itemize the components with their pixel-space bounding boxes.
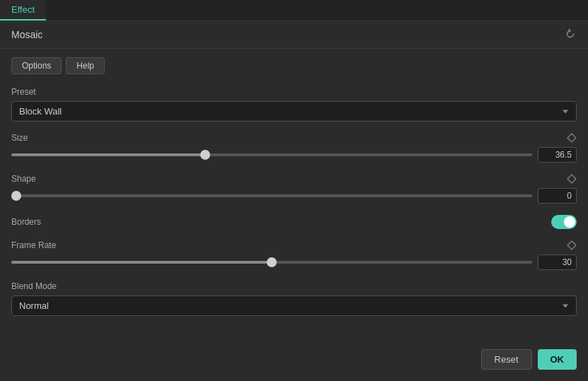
- frame-rate-slider[interactable]: [11, 261, 532, 264]
- footer-buttons: Reset OK: [481, 349, 577, 370]
- options-help-row: Options Help: [11, 57, 577, 74]
- size-row: Size: [11, 133, 577, 163]
- reset-all-icon[interactable]: [564, 28, 577, 41]
- frame-rate-keyframe-icon[interactable]: [567, 240, 577, 250]
- borders-toggle[interactable]: [551, 215, 577, 229]
- content-area: Options Help Preset Block Wall Squares D…: [0, 49, 588, 336]
- frame-rate-row: Frame Rate: [11, 240, 577, 270]
- borders-row: Borders: [11, 215, 577, 229]
- preset-label: Preset: [11, 87, 577, 97]
- shape-value[interactable]: [538, 188, 577, 204]
- shape-slider[interactable]: [11, 194, 532, 197]
- blend-mode-label: Blend Mode: [11, 281, 577, 291]
- tab-effect[interactable]: Effect: [0, 0, 46, 20]
- svg-marker-0: [567, 134, 576, 142]
- size-keyframe-icon[interactable]: [567, 133, 577, 143]
- preset-select[interactable]: Block Wall Squares Diamonds Hexagons: [11, 101, 577, 122]
- preset-row: Preset Block Wall Squares Diamonds Hexag…: [11, 87, 577, 122]
- shape-label: Shape: [11, 174, 36, 184]
- top-bar: Mosaic: [0, 21, 588, 49]
- preset-dropdown-wrapper: Block Wall Squares Diamonds Hexagons: [11, 101, 577, 122]
- effect-title: Mosaic: [11, 29, 42, 40]
- frame-rate-label: Frame Rate: [11, 240, 56, 250]
- shape-keyframe-icon[interactable]: [567, 174, 577, 184]
- borders-label: Borders: [11, 217, 41, 227]
- blend-mode-row: Blend Mode Normal Multiply Screen Overla…: [11, 281, 577, 316]
- blend-mode-select[interactable]: Normal Multiply Screen Overlay: [11, 295, 577, 316]
- size-value[interactable]: [538, 147, 577, 163]
- svg-marker-1: [567, 175, 576, 183]
- reset-button[interactable]: Reset: [481, 349, 532, 370]
- tab-bar: Effect: [0, 0, 588, 21]
- shape-row: Shape: [11, 174, 577, 204]
- svg-marker-2: [567, 241, 576, 250]
- size-slider[interactable]: [11, 153, 532, 156]
- help-button[interactable]: Help: [66, 57, 105, 74]
- frame-rate-value[interactable]: [538, 254, 577, 270]
- ok-button[interactable]: OK: [538, 349, 577, 370]
- options-button[interactable]: Options: [11, 57, 62, 74]
- size-label: Size: [11, 133, 28, 143]
- blend-mode-dropdown-wrapper: Normal Multiply Screen Overlay: [11, 295, 577, 316]
